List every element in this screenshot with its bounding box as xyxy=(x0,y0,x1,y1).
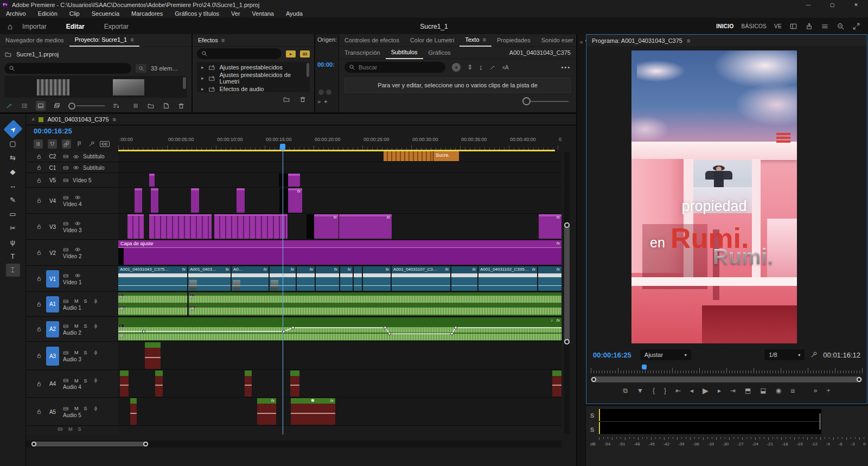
timeline-clip[interactable]: fx xyxy=(314,214,339,239)
timeline-clip-capa-de-ajuste[interactable]: Capa de ajustefx xyxy=(118,240,561,265)
subtab-transcripci-n[interactable]: Transcripción xyxy=(339,47,386,59)
program-current-timecode[interactable]: 00:00:16:25 xyxy=(593,351,631,359)
vscroll-handle-top[interactable] xyxy=(564,222,570,228)
effects-folder-3[interactable]: ▸Efectos de audio xyxy=(197,84,310,92)
panel-tab-color-de-lumetri[interactable]: Color de Lumetri xyxy=(405,34,459,46)
timeline-clip[interactable] xyxy=(145,342,161,369)
lock-icon[interactable] xyxy=(36,381,42,387)
track-target-v1[interactable]: V1 xyxy=(46,270,59,288)
timeline-clip-a001-04031102-c395-[interactable]: A001_04031102_C395…fx xyxy=(478,266,537,291)
scrollbar-handle-right[interactable] xyxy=(857,377,861,382)
menu-marcadores[interactable]: Marcadores xyxy=(125,9,169,18)
timeline-clip[interactable] xyxy=(245,371,252,397)
timeline-clip[interactable]: fx xyxy=(340,266,353,291)
menu-ayuda[interactable]: Ayuda xyxy=(280,9,309,18)
razor-tool[interactable]: ◆ xyxy=(6,165,20,178)
marker-icon[interactable]: ▼ xyxy=(637,387,643,394)
timeline-clip[interactable]: LR ♪ fx xyxy=(118,317,561,341)
track-target-v5[interactable]: V5 xyxy=(46,176,59,186)
close-tab-icon[interactable]: × xyxy=(31,116,35,123)
timeline-clip[interactable] xyxy=(149,174,155,187)
timeline-clip[interactable] xyxy=(307,214,314,239)
program-mini-timeline[interactable] xyxy=(591,365,862,373)
new-bin-icon[interactable] xyxy=(283,95,290,103)
panel-tab-texto[interactable]: Texto≡ xyxy=(459,34,492,47)
quick-workspace-básicos[interactable]: BÁSICOS xyxy=(741,23,767,29)
timeline-timecode[interactable]: 00:00:16:25 xyxy=(34,127,72,135)
timeline-clip[interactable] xyxy=(151,188,158,213)
track-content-a1[interactable]: L RL R xyxy=(118,292,561,317)
workspace-tab-importar[interactable]: Importar xyxy=(22,23,47,30)
track-target-a1[interactable]: A1 xyxy=(46,296,59,313)
rectangle-tool[interactable]: ▭ xyxy=(6,207,20,220)
chevron-right-icon[interactable]: ▸ xyxy=(201,75,204,81)
more-options-icon[interactable]: ••• xyxy=(561,64,571,71)
panel-menu-icon[interactable]: ≡ xyxy=(687,37,690,44)
menu-archivo[interactable]: Archivo xyxy=(0,9,32,18)
lift-icon[interactable]: ⬒ xyxy=(745,387,751,394)
source-assign-icon[interactable] xyxy=(63,221,69,227)
effects-folder-1[interactable]: ▸Ajustes preestablecidos xyxy=(197,62,310,73)
track-content-a4[interactable] xyxy=(118,371,561,398)
track-target-a5[interactable]: A5 xyxy=(46,403,59,422)
timeline-clip[interactable]: L R xyxy=(189,292,561,316)
menu-ventana[interactable]: Ventana xyxy=(246,9,280,18)
effects-folder-2[interactable]: ▸Ajustes preestablecidos de Lumetri xyxy=(197,73,310,84)
source-assign-icon[interactable] xyxy=(63,406,69,412)
source-timecode[interactable]: 00:00: xyxy=(315,45,339,68)
track-header-c2[interactable]: C2Subtítulo xyxy=(26,151,118,162)
timeline-clip[interactable]: fx xyxy=(316,266,339,291)
edit-pencil-icon[interactable] xyxy=(5,102,13,110)
accelerated-effects-icon[interactable]: ▸ xyxy=(286,50,296,58)
source-assign-icon[interactable] xyxy=(63,378,69,384)
lock-icon[interactable] xyxy=(36,301,42,308)
bit-32-icon[interactable]: 32 xyxy=(300,50,310,58)
timeline-clip[interactable] xyxy=(354,266,362,291)
source-panel-title[interactable]: Origen: (si xyxy=(315,34,339,45)
timeline-clip[interactable] xyxy=(120,371,129,397)
timeline-clip-piso-1-garaje-[interactable]: fx xyxy=(339,214,392,239)
lock-icon[interactable] xyxy=(36,164,42,171)
track-header-v3[interactable]: V3 Vídeo 3 xyxy=(26,214,118,240)
track-header-c1[interactable]: C1Subtítulo xyxy=(26,163,118,173)
freeform-view-icon[interactable] xyxy=(53,102,61,110)
track-content-v3[interactable]: fxfxfx xyxy=(118,214,561,240)
lock-icon[interactable] xyxy=(36,154,42,160)
lock-icon[interactable] xyxy=(36,197,42,204)
panel-menu-icon[interactable]: ≡ xyxy=(221,37,225,43)
solo-button[interactable]: S xyxy=(84,350,87,355)
sequence-nest-icon[interactable] xyxy=(34,139,43,149)
solo-button[interactable]: S xyxy=(84,298,87,304)
timeline-clip[interactable] xyxy=(279,188,288,213)
track-content-v5[interactable] xyxy=(118,174,561,188)
lock-icon[interactable] xyxy=(36,326,42,333)
source-assign-icon[interactable] xyxy=(63,154,69,159)
timeline-vscroll-thumb[interactable] xyxy=(564,222,570,344)
track-header-v4[interactable]: V4 Vídeo 4 xyxy=(26,188,118,214)
menu-gr-ficos-y-t-tulos[interactable]: Gráficos y títulos xyxy=(169,9,225,18)
solo-button[interactable]: S xyxy=(590,412,594,419)
thumbnails-scrollbar[interactable] xyxy=(183,77,186,89)
effects-scrollbar[interactable] xyxy=(307,63,309,77)
mark-out-icon[interactable]: } xyxy=(664,387,666,394)
track-content-c1[interactable] xyxy=(118,163,561,173)
source-assign-icon[interactable] xyxy=(63,350,69,356)
menu-clip[interactable]: Clip xyxy=(63,9,86,18)
trash-icon[interactable] xyxy=(299,95,307,103)
eye-icon[interactable] xyxy=(74,220,81,227)
timeline-hscroll-thumb[interactable] xyxy=(31,442,148,446)
workspace-panel-icon[interactable] xyxy=(789,22,797,30)
add-caption-icon[interactable]: + xyxy=(452,63,461,72)
timeline-clip[interactable] xyxy=(237,188,245,213)
timeline-clip[interactable] xyxy=(290,371,299,397)
mute-button[interactable]: M xyxy=(74,298,79,304)
lock-icon[interactable] xyxy=(36,224,42,230)
trash-icon[interactable] xyxy=(177,102,185,110)
timeline-playhead-line[interactable] xyxy=(283,151,283,435)
effects-panel-title[interactable]: Efectos xyxy=(198,37,218,43)
fullscreen-icon[interactable] xyxy=(852,22,860,30)
program-scrollbar[interactable] xyxy=(591,376,862,382)
panel-tab-controles-de-efectos[interactable]: Controles de efectos xyxy=(339,34,405,46)
timeline-clip[interactable]: L R xyxy=(118,292,187,316)
track-header-a4[interactable]: A4 M S Audio 4 xyxy=(26,371,118,398)
